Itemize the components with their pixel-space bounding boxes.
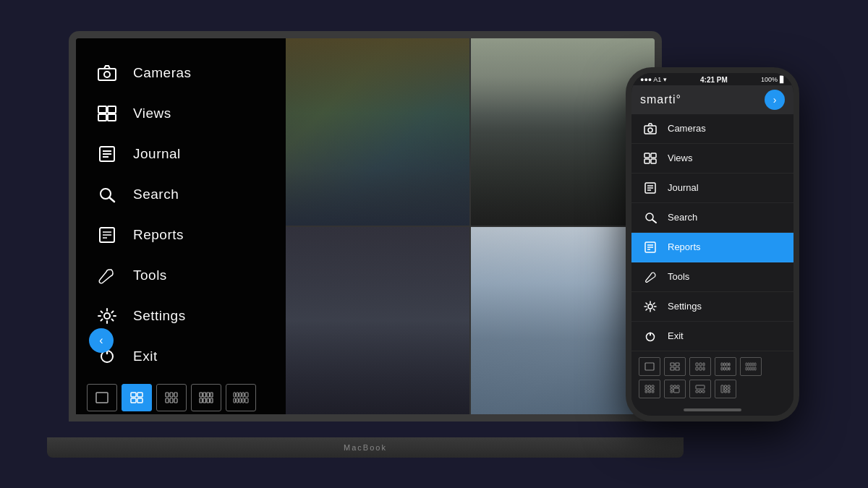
battery-text: 100% — [761, 76, 778, 83]
svg-rect-126 — [649, 388, 651, 390]
tools-icon — [94, 262, 120, 288]
svg-rect-22 — [131, 398, 136, 403]
phone-grid-2x2[interactable] — [664, 357, 686, 376]
battery-icon: ▊ — [780, 76, 785, 83]
svg-rect-101 — [696, 367, 698, 370]
views-icon — [642, 150, 659, 167]
svg-rect-41 — [242, 393, 244, 397]
svg-rect-25 — [170, 393, 173, 397]
phone-nav-reports[interactable]: Reports — [631, 233, 793, 262]
phone-body: ●●● A1 ▾ 4:21 PM 100% ▊ smarti° › — [626, 67, 799, 421]
svg-rect-20 — [131, 393, 136, 397]
svg-rect-122 — [645, 385, 647, 388]
svg-rect-26 — [174, 393, 177, 397]
exit-label: Exit — [668, 330, 684, 341]
svg-rect-103 — [703, 367, 705, 370]
sidebar-collapse-button[interactable]: ‹ — [89, 328, 114, 353]
phone-home-indicator[interactable] — [631, 404, 793, 416]
svg-rect-144 — [725, 388, 727, 390]
phone: ●●● A1 ▾ 4:21 PM 100% ▊ smarti° › — [626, 67, 799, 421]
laptop-nav-item-views[interactable]: Views — [76, 93, 286, 134]
svg-point-16 — [104, 313, 110, 319]
grid-3x2-btn[interactable] — [156, 384, 187, 411]
svg-rect-118 — [748, 367, 749, 370]
grid-row-1 — [87, 384, 275, 411]
phone-back-button[interactable]: › — [765, 90, 785, 110]
phone-nav-tools[interactable]: Tools — [631, 262, 793, 292]
svg-rect-0 — [98, 69, 116, 80]
svg-rect-34 — [200, 398, 203, 403]
journal-label: Journal — [133, 146, 181, 162]
cameras-label: Cameras — [133, 65, 192, 81]
svg-rect-5 — [108, 114, 116, 121]
svg-rect-120 — [752, 367, 754, 370]
svg-rect-113 — [748, 363, 749, 366]
phone-grid-3x2[interactable] — [689, 357, 711, 376]
svg-rect-124 — [652, 385, 654, 388]
laptop-nav-item-search[interactable]: Search — [76, 174, 286, 215]
camera-cell-1[interactable] — [286, 38, 469, 226]
phone-grid-1x1[interactable] — [639, 357, 660, 376]
svg-point-1 — [104, 72, 110, 77]
phone-nav-exit[interactable]: Exit — [631, 322, 793, 351]
views-icon — [94, 100, 120, 127]
laptop-nav-item-cameras[interactable]: Cameras — [76, 53, 286, 93]
svg-rect-127 — [652, 388, 654, 390]
svg-rect-108 — [721, 367, 723, 370]
phone-nav-views[interactable]: Views — [631, 144, 793, 174]
phone-grid-3x3[interactable] — [639, 380, 660, 398]
svg-rect-111 — [729, 367, 731, 370]
svg-line-11 — [109, 197, 114, 202]
phone-grid-alt3[interactable] — [715, 380, 736, 398]
phone-grid-alt2[interactable] — [689, 380, 711, 398]
phone-grid-4x2[interactable] — [715, 357, 736, 376]
phone-nav-settings[interactable]: Settings — [631, 292, 793, 322]
svg-rect-42 — [245, 393, 248, 397]
svg-rect-29 — [174, 398, 177, 403]
journal-icon — [94, 141, 120, 167]
svg-rect-117 — [746, 367, 747, 370]
svg-rect-3 — [108, 106, 116, 113]
svg-rect-131 — [671, 385, 673, 388]
laptop-nav-item-reports[interactable]: Reports — [76, 215, 286, 255]
phone-grid-alt1[interactable] — [664, 380, 686, 398]
laptop-nav-item-tools[interactable]: Tools — [76, 255, 286, 296]
svg-rect-115 — [752, 363, 754, 366]
svg-rect-37 — [210, 398, 213, 403]
laptop-nav-item-journal[interactable]: Journal — [76, 134, 286, 174]
tools-label: Tools — [668, 271, 689, 282]
grid-5x2-btn[interactable] — [226, 384, 256, 411]
svg-rect-35 — [203, 398, 206, 403]
svg-rect-38 — [234, 393, 236, 397]
svg-rect-133 — [677, 385, 679, 388]
phone-status-bar: ●●● A1 ▾ 4:21 PM 100% ▊ — [631, 73, 793, 85]
svg-rect-104 — [721, 363, 723, 366]
svg-rect-96 — [671, 367, 674, 370]
svg-rect-130 — [652, 391, 654, 393]
grid-2x2-btn[interactable] — [122, 384, 152, 411]
phone-nav-search[interactable]: Search — [631, 203, 793, 233]
grid-1x1-btn[interactable] — [87, 384, 117, 411]
phone-grid-5x2[interactable] — [740, 357, 762, 376]
svg-rect-79 — [651, 159, 656, 163]
home-bar[interactable] — [684, 408, 741, 411]
svg-rect-28 — [170, 398, 173, 403]
phone-nav-journal[interactable]: Journal — [631, 174, 793, 203]
phone-nav-cameras[interactable]: Cameras — [631, 114, 793, 144]
svg-rect-135 — [674, 388, 680, 393]
camera-cell-3[interactable] — [286, 227, 469, 414]
svg-rect-36 — [207, 398, 210, 403]
svg-rect-109 — [724, 367, 726, 370]
svg-rect-77 — [651, 153, 656, 158]
svg-rect-45 — [239, 398, 242, 403]
svg-rect-132 — [674, 385, 676, 388]
svg-point-90 — [648, 304, 652, 309]
reports-icon — [642, 239, 659, 256]
grid-4x2-btn[interactable] — [191, 384, 221, 411]
svg-rect-142 — [725, 385, 727, 388]
svg-rect-107 — [729, 363, 731, 366]
journal-label: Journal — [668, 182, 699, 193]
laptop-screen-bezel: Cameras Views — [69, 31, 662, 421]
laptop-base — [47, 437, 684, 458]
svg-rect-2 — [98, 106, 106, 113]
